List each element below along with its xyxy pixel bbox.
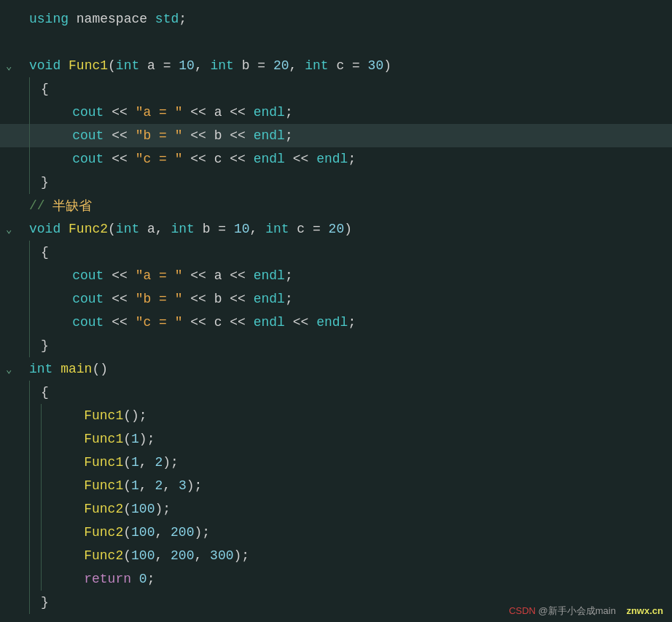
indent-bar-25a [29,567,41,591]
code-line-17: { [0,381,672,404]
code-line-6: cout << "b = " << b << endl; [0,124,672,147]
code-editor: using namespace std; ⌄ void Func1(int a … [0,0,672,622]
code-line-5: cout << "a = " << a << endl; [0,101,672,124]
indent-bar-15 [29,334,41,357]
code-line-1: using namespace std; [0,7,672,31]
indent-bar-23a [29,521,41,544]
indent-bar-19b [41,427,52,451]
watermark-site: znwx.cn [626,605,663,616]
indent-bar-7 [29,147,41,171]
watermark-at: @新手小会成main [539,605,616,616]
code-line-10: ⌄ void Func2(int a, int b = 10, int c = … [0,217,672,241]
indent-bar-17 [29,381,41,404]
indent-bar-22a [29,497,41,521]
code-line-21: Func1(1, 2, 3); [0,474,672,497]
code-line-20: Func1(1, 2); [0,451,672,474]
code-line-14: cout << "c = " << c << endl << endl; [0,311,672,334]
indent-bar-26 [29,591,41,614]
indent-bar-21b [41,474,52,497]
indent-bar-24b [41,544,52,567]
indent-bar-5 [29,101,41,124]
code-line-13: cout << "b = " << b << endl; [0,287,672,311]
code-line-8: } [0,171,672,194]
code-line-12: cout << "a = " << a << endl; [0,264,672,287]
gutter-10: ⌄ [6,223,26,236]
fold-arrow-16[interactable]: ⌄ [6,363,12,376]
indent-bar-4 [29,77,41,101]
watermark: CSDN @新手小会成main znwx.cn [509,604,663,618]
code-line-2 [0,31,672,54]
code-line-25: return 0; [0,567,672,591]
code-line-23: Func2(100, 200); [0,521,672,544]
indent-bar-14 [29,311,41,334]
code-line-22: Func2(100); [0,497,672,521]
code-line-11: { [0,241,672,264]
gutter-3: ⌄ [6,60,26,72]
gutter-16: ⌄ [6,363,26,376]
indent-bar-11 [29,241,41,264]
code-line-24: Func2(100, 200, 300); [0,544,672,567]
indent-bar-20b [41,451,52,474]
watermark-csdn: CSDN [509,605,536,616]
fold-arrow-10[interactable]: ⌄ [6,223,12,236]
indent-bar-8 [29,171,41,194]
indent-bar-22b [41,497,52,521]
indent-bar-20a [29,451,41,474]
code-line-3: ⌄ void Func1(int a = 10, int b = 20, int… [0,54,672,77]
code-line-9: // 半缺省 [0,194,672,217]
indent-bar-23b [41,521,52,544]
keyword-using: using [29,12,69,26]
fold-arrow-3[interactable]: ⌄ [6,60,12,72]
code-line-4: { [0,77,672,101]
code-line-15: } [0,334,672,357]
indent-bar-12 [29,264,41,287]
code-line-19: Func1(1); [0,427,672,451]
indent-bar-6 [29,124,41,147]
indent-bar-18a [29,404,41,427]
indent-bar-21a [29,474,41,497]
indent-bar-19a [29,427,41,451]
indent-bar-13 [29,287,41,311]
code-line-18: Func1(); [0,404,672,427]
code-line-7: cout << "c = " << c << endl << endl; [0,147,672,171]
indent-bar-25b [41,567,52,591]
indent-bar-24a [29,544,41,567]
code-line-16: ⌄ int main() [0,357,672,381]
indent-bar-18b [41,404,52,427]
